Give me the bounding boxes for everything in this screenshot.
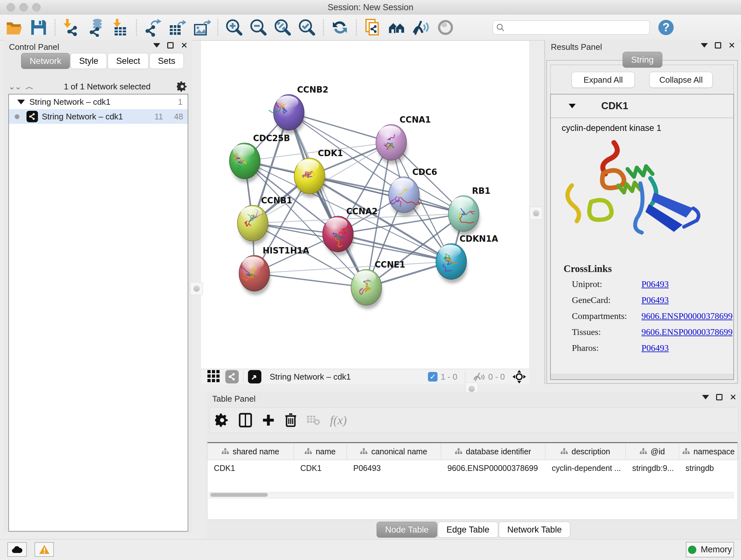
node-label: CCNB1 [261,196,292,205]
crosslink-value-link[interactable]: 9606.ENSP00000378699 [642,327,732,337]
network-options-gear-icon[interactable] [177,81,188,92]
maximize-panel-icon[interactable] [715,42,721,49]
gene-symbol: CDK1 [601,100,628,112]
scrollbar-thumb[interactable] [210,493,268,497]
tab-edge-table[interactable]: Edge Table [438,522,498,538]
column-header-namespace[interactable]: namespace [679,443,738,460]
table-options-gear-icon[interactable] [215,413,229,427]
network-node[interactable] [238,205,269,245]
hide-details-icon[interactable] [412,18,430,37]
float-panel-icon[interactable] [701,43,708,48]
tab-string[interactable]: String [623,52,663,68]
birdseye-homes-icon[interactable] [388,18,406,37]
network-node[interactable] [448,196,480,235]
network-node[interactable] [294,158,326,198]
help-icon[interactable]: ? [657,18,675,37]
show-details-icon[interactable] [436,18,455,37]
tab-network-table[interactable]: Network Table [499,522,570,538]
export-table-icon[interactable] [168,18,186,37]
left-splitter-handle[interactable] [190,282,203,295]
right-splitter-handle[interactable] [530,207,542,220]
column-header-database-identifier[interactable]: database identifier [441,443,545,460]
network-node[interactable] [239,255,270,295]
export-network-icon[interactable] [144,18,162,37]
close-panel-icon[interactable]: ✕ [728,42,735,49]
column-header-description[interactable]: description [545,443,626,460]
network-edge[interactable] [310,176,464,213]
delete-column-trash-icon[interactable] [285,413,297,428]
collection-disclosure-icon[interactable] [17,100,25,105]
create-column-plus-icon[interactable] [262,414,275,427]
tab-sets[interactable]: Sets [149,53,184,69]
tab-style[interactable]: Style [71,53,107,69]
tab-network[interactable]: Network [21,53,70,69]
expand-all-icon[interactable]: ︿ [25,81,33,92]
crosslink-value-link[interactable]: P06493 [642,343,669,353]
string-view-icon[interactable] [225,370,239,383]
expand-all-button[interactable]: Expand All [571,72,635,88]
export-image-icon[interactable] [192,18,211,37]
float-panel-icon[interactable] [702,395,709,399]
crosslink-value-link[interactable]: P06493 [642,295,669,305]
collection-count: 1 [178,97,183,107]
close-panel-icon[interactable]: ✕ [730,394,737,400]
network-view-toolbar: String Network – cdk1 ✓ 1 - 0 0 - 0 [201,369,529,384]
close-panel-icon[interactable]: ✕ [181,42,188,49]
column-header-canonical-name[interactable]: canonical name [347,443,441,460]
network-edge[interactable] [254,273,366,287]
float-panel-icon[interactable] [153,43,160,48]
collapse-all-icon[interactable]: ⌄⌄ [8,82,21,91]
zoom-selected-icon[interactable] [298,18,316,37]
network-collection-row[interactable]: String Network – cdk1 1 [9,95,188,109]
crosslink-value-link[interactable]: P06493 [642,279,669,289]
tab-select[interactable]: Select [108,53,149,69]
import-network-from-database-icon[interactable] [86,18,105,37]
zoom-fit-icon[interactable] [273,18,292,37]
column-header-shared-name[interactable]: shared name [207,443,294,460]
memory-button[interactable]: Memory [686,542,734,557]
column-header-@id[interactable]: @id [626,443,679,460]
save-session-icon[interactable] [29,18,48,37]
search-input[interactable] [507,23,646,32]
search-box[interactable] [493,20,650,35]
network-view-title: String Network – cdk1 [270,372,351,382]
zoom-in-icon[interactable] [225,18,244,37]
birdseye-toggle-icon[interactable] [248,370,261,383]
crosslink-label: GeneCard: [572,295,642,305]
network-node[interactable] [323,216,354,256]
import-network-icon[interactable] [62,18,81,37]
results-scrollbar[interactable] [551,374,733,379]
main-toolbar: ? [0,15,741,41]
apply-layout-icon[interactable] [331,18,349,37]
network-view-canvas[interactable]: CCNB2CCNA1CDC25BCDK1CDC6RB1CCNB1CCNA2CDK… [201,41,529,369]
network-row-selected[interactable]: String Network – cdk1 11 48 [9,109,188,124]
gene-disclosure-icon[interactable] [569,104,576,108]
open-session-icon[interactable] [5,18,23,37]
hidden-items-eye-icon[interactable] [473,372,485,381]
selected-nodes-checkbox-icon[interactable]: ✓ [428,372,437,381]
network-node[interactable] [229,143,261,183]
table-row[interactable]: CDK1CDK1P064939606.ENSP00000378699cyclin… [207,460,738,476]
fit-content-crosshair-icon[interactable] [512,369,527,384]
network-selection-summary: 1 of 1 Network selected [38,82,177,91]
collapse-all-button[interactable]: Collapse All [650,72,713,88]
network-node[interactable] [389,177,420,216]
show-columns-icon[interactable] [239,413,252,428]
crosslink-value-link[interactable]: 9606.ENSP00000378699 [642,311,732,321]
warnings-button[interactable] [35,542,54,557]
column-header-name[interactable]: name [294,443,347,460]
network-node[interactable] [436,244,467,283]
network-node[interactable] [376,125,407,164]
maximize-panel-icon[interactable] [716,394,723,400]
cloud-button[interactable] [7,542,27,557]
import-table-icon[interactable] [111,18,129,37]
network-node[interactable] [351,269,382,309]
clone-network-icon[interactable] [363,18,382,37]
table-horizontal-scrollbar[interactable] [209,492,734,498]
network-edge[interactable] [289,112,366,287]
tab-node-table[interactable]: Node Table [377,522,437,538]
maximize-panel-icon[interactable] [167,42,174,49]
grid-view-icon[interactable] [207,369,220,384]
status-bar: Memory [0,539,741,560]
zoom-out-icon[interactable] [249,18,268,37]
